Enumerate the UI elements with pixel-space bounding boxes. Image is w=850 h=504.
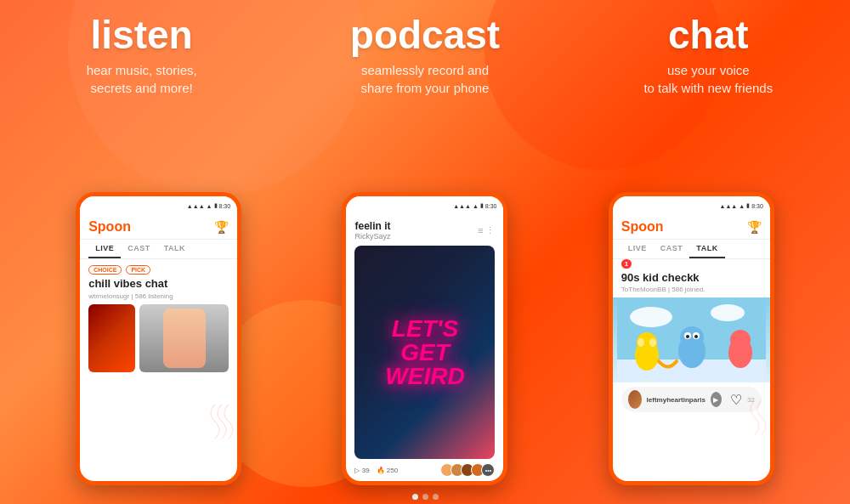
status-icons-3: ▲▲▲ ▲ ▮ 8:30 (719, 202, 762, 209)
svg-point-6 (638, 338, 644, 347)
status-icons-2: ▲▲▲ ▲ ▮ 8:30 (453, 202, 496, 209)
menu-icon[interactable]: ≡ ⋮ (478, 225, 495, 236)
phone2-content: feelin it RickySayz ≡ ⋮ LET'S GET WEIRD (346, 215, 503, 481)
talk-meta-row: 1 (613, 259, 770, 271)
notification-badge: 1 (621, 259, 632, 269)
phone2-statusbar: ▲▲▲ ▲ ▮ 8:30 (346, 196, 503, 215)
time-display-3: 8:30 (751, 203, 763, 209)
svg-point-7 (649, 338, 656, 347)
phone1-mockup: ▲▲▲ ▲ ▮ 8:30 Spoon 🏆 LIVE CAS (76, 192, 241, 485)
phone1-content: Spoon 🏆 LIVE CAST TALK CHOICE PICK (80, 215, 237, 481)
live-title: chill vibes chat (80, 277, 237, 292)
tab3-cast[interactable]: CAST (654, 240, 690, 258)
fire-count: 🔥 250 (377, 467, 399, 474)
phone-listen: ▲▲▲ ▲ ▮ 8:30 Spoon 🏆 LIVE CAS (76, 192, 241, 485)
phone3-app-header: Spoon 🏆 (613, 215, 770, 240)
badge-row: CHOICE PICK (80, 259, 237, 277)
talk-banner (613, 297, 770, 382)
time-display: 8:30 (219, 203, 231, 209)
phone1-statusbar: ▲▲▲ ▲ ▮ 8:30 (80, 196, 237, 215)
album-art-text: LET'S GET WEIRD (377, 309, 473, 397)
choice-badge: CHOICE (88, 265, 122, 275)
svg-point-2 (630, 307, 672, 327)
podcast-avatars: ••• (440, 463, 495, 477)
listen-title: listen (91, 15, 193, 54)
svg-point-13 (694, 335, 698, 338)
play-button[interactable]: ▶ (711, 392, 722, 407)
podcast-title: podcast (350, 15, 500, 54)
chat-section: chat use your voiceto talk with new frie… (576, 15, 840, 97)
dot-1[interactable] (412, 494, 418, 500)
chat-title: chat (668, 15, 749, 54)
podcast-album-art: LET'S GET WEIRD (354, 246, 495, 459)
live-thumb-small (88, 304, 135, 372)
pick-badge: PICK (126, 265, 150, 275)
avatar-more: ••• (481, 463, 495, 477)
live-meta: wtrmelonsugr | 586 listening (80, 292, 237, 304)
podcast-stats: ▷ 39 🔥 250 (354, 467, 398, 474)
signal-icon-3: ▲▲▲ (719, 203, 737, 209)
signal-icon: ▲▲▲ (187, 203, 205, 209)
signal-icon-2: ▲▲▲ (453, 203, 471, 209)
svg-point-9 (680, 326, 704, 348)
phone2-mockup: ▲▲▲ ▲ ▮ 8:30 feelin it RickySayz (342, 192, 507, 485)
podcast-bottom: ▷ 39 🔥 250 ••• (346, 459, 503, 481)
track-artist: RickySayz (354, 232, 390, 241)
battery-icon: ▮ (214, 202, 218, 209)
play-count: ▷ 39 (354, 467, 369, 474)
page-dots (412, 494, 439, 500)
phone3-mockup: ▲▲▲ ▲ ▮ 8:30 Spoon 🏆 LIVE CAS (609, 192, 774, 485)
phone3-tabs: LIVE CAST TALK (613, 240, 770, 259)
phone-podcast: ▲▲▲ ▲ ▮ 8:30 feelin it RickySayz (342, 192, 507, 485)
podcast-section: podcast seamlessly record andshare from … (293, 15, 557, 97)
phone2-header: feelin it RickySayz ≡ ⋮ (346, 215, 503, 246)
header-row: listen hear music, stories,secrets and m… (0, 0, 850, 97)
chat-subtitle: use your voiceto talk with new friends (643, 61, 773, 97)
svg-point-12 (686, 335, 689, 338)
player-avatar (628, 390, 642, 409)
time-display-2: 8:30 (485, 203, 497, 209)
listen-subtitle: hear music, stories,secrets and more! (87, 61, 197, 97)
phone3-content: Spoon 🏆 LIVE CAST TALK 1 90s kid checkk (613, 215, 770, 481)
battery-icon-2: ▮ (480, 202, 484, 209)
svg-point-15 (730, 330, 751, 350)
live-image-row (80, 304, 237, 481)
wave-decoration (186, 396, 237, 447)
trophy-icon-3: 🏆 (747, 220, 762, 234)
track-title: feelin it (354, 220, 390, 232)
phone3-statusbar: ▲▲▲ ▲ ▮ 8:30 (613, 196, 770, 215)
wifi-icon-3: ▲ (739, 203, 745, 209)
podcast-subtitle: seamlessly record andshare from your pho… (361, 61, 490, 97)
player-name: leftmyheartinparis (647, 396, 706, 404)
tab-talk[interactable]: TALK (157, 240, 192, 258)
dot-2[interactable] (422, 494, 428, 500)
dot-3[interactable] (433, 494, 439, 500)
trophy-icon: 🏆 (214, 220, 229, 234)
phones-row: ▲▲▲ ▲ ▮ 8:30 Spoon 🏆 LIVE CAS (0, 104, 850, 485)
phone1-tabs: LIVE CAST TALK (80, 240, 237, 259)
wifi-icon: ▲ (207, 203, 212, 209)
live-thumb-main (139, 304, 229, 372)
wave-decoration-3 (728, 396, 770, 439)
tab-cast[interactable]: CAST (121, 240, 157, 258)
tab3-live[interactable]: LIVE (621, 240, 654, 258)
tab-live[interactable]: LIVE (88, 240, 121, 258)
spoon-logo: Spoon (88, 219, 131, 235)
phone1-app-header: Spoon 🏆 (80, 215, 237, 240)
talk-illustration (617, 300, 766, 381)
talk-sub: ToTheMoonBB | 586 joined. (613, 286, 770, 297)
spoon-logo-3: Spoon (621, 219, 664, 235)
svg-point-3 (711, 304, 745, 321)
status-icons: ▲▲▲ ▲ ▮ 8:30 (187, 202, 230, 209)
battery-icon-3: ▮ (746, 202, 750, 209)
wifi-icon-2: ▲ (473, 203, 479, 209)
track-info: feelin it RickySayz (354, 220, 390, 241)
tab3-talk[interactable]: TALK (689, 240, 724, 258)
listen-section: listen hear music, stories,secrets and m… (10, 15, 274, 97)
phone-chat: ▲▲▲ ▲ ▮ 8:30 Spoon 🏆 LIVE CAS (609, 192, 774, 485)
talk-title: 90s kid checkk (613, 271, 770, 286)
